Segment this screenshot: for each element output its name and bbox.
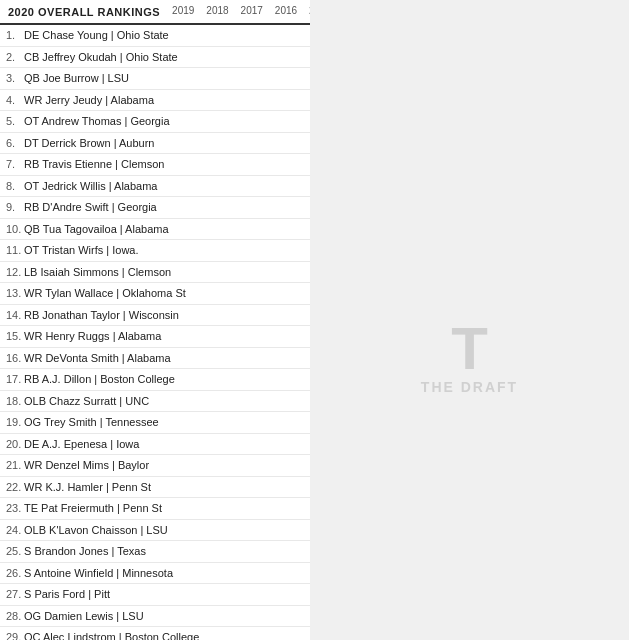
ranking-item[interactable]: 6.DT Derrick Brown | Auburn: [0, 133, 310, 155]
ranking-item[interactable]: 13.WR Tylan Wallace | Oklahoma St: [0, 283, 310, 305]
rank-player: WR K.J. Hamler | Penn St: [24, 479, 151, 496]
left-panel: 2020 OVERALL RANKINGS 201920182017201620…: [0, 0, 310, 640]
ranking-item[interactable]: 19.OG Trey Smith | Tennessee: [0, 412, 310, 434]
rank-player: QB Joe Burrow | LSU: [24, 70, 129, 87]
rank-number: 2.: [6, 49, 24, 66]
rank-number: 10.: [6, 221, 24, 238]
ranking-item[interactable]: 23.TE Pat Freiermuth | Penn St: [0, 498, 310, 520]
year-tab-2019[interactable]: 2019: [170, 4, 196, 19]
rank-player: OT Tristan Wirfs | Iowa.: [24, 242, 139, 259]
rank-number: 6.: [6, 135, 24, 152]
logo-sub: THE DRAFT: [421, 379, 518, 395]
right-panel: T THE DRAFT: [310, 0, 629, 640]
rank-player: S Brandon Jones | Texas: [24, 543, 146, 560]
ranking-item[interactable]: 18.OLB Chazz Surratt | UNC: [0, 391, 310, 413]
rank-number: 19.: [6, 414, 24, 431]
rank-number: 7.: [6, 156, 24, 173]
rank-player: TE Pat Freiermuth | Penn St: [24, 500, 162, 517]
rank-player: RB Jonathan Taylor | Wisconsin: [24, 307, 179, 324]
rank-player: DT Derrick Brown | Auburn: [24, 135, 154, 152]
rank-player: WR DeVonta Smith | Alabama: [24, 350, 171, 367]
rank-number: 16.: [6, 350, 24, 367]
ranking-item[interactable]: 28.OG Damien Lewis | LSU: [0, 606, 310, 628]
rank-player: OC Alec Lindstrom | Boston College: [24, 629, 199, 640]
ranking-item[interactable]: 11.OT Tristan Wirfs | Iowa.: [0, 240, 310, 262]
rank-number: 9.: [6, 199, 24, 216]
rankings-list: 1.DE Chase Young | Ohio State2.CB Jeffre…: [0, 25, 310, 640]
rank-number: 23.: [6, 500, 24, 517]
rank-player: WR Jerry Jeudy | Alabama: [24, 92, 154, 109]
rank-number: 26.: [6, 565, 24, 582]
rank-number: 22.: [6, 479, 24, 496]
rank-number: 25.: [6, 543, 24, 560]
rank-number: 12.: [6, 264, 24, 281]
rank-player: OG Damien Lewis | LSU: [24, 608, 144, 625]
logo-text: T: [451, 319, 488, 379]
rank-number: 21.: [6, 457, 24, 474]
ranking-item[interactable]: 7.RB Travis Etienne | Clemson: [0, 154, 310, 176]
rank-number: 8.: [6, 178, 24, 195]
rank-player: WR Denzel Mims | Baylor: [24, 457, 149, 474]
ranking-item[interactable]: 22.WR K.J. Hamler | Penn St: [0, 477, 310, 499]
rank-player: WR Henry Ruggs | Alabama: [24, 328, 161, 345]
year-tab-2016[interactable]: 2016: [273, 4, 299, 19]
rank-number: 1.: [6, 27, 24, 44]
rank-player: OG Trey Smith | Tennessee: [24, 414, 159, 431]
ranking-item[interactable]: 27.S Paris Ford | Pitt: [0, 584, 310, 606]
ranking-item[interactable]: 15.WR Henry Ruggs | Alabama: [0, 326, 310, 348]
rank-number: 27.: [6, 586, 24, 603]
ranking-item[interactable]: 29.OC Alec Lindstrom | Boston College: [0, 627, 310, 640]
ranking-item[interactable]: 5.OT Andrew Thomas | Georgia: [0, 111, 310, 133]
rank-player: LB Isaiah Simmons | Clemson: [24, 264, 171, 281]
ranking-item[interactable]: 8.OT Jedrick Willis | Alabama: [0, 176, 310, 198]
ranking-item[interactable]: 26.S Antoine Winfield | Minnesota: [0, 563, 310, 585]
rank-player: OT Andrew Thomas | Georgia: [24, 113, 170, 130]
ranking-item[interactable]: 4.WR Jerry Jeudy | Alabama: [0, 90, 310, 112]
ranking-item[interactable]: 17.RB A.J. Dillon | Boston College: [0, 369, 310, 391]
header: 2020 OVERALL RANKINGS 201920182017201620…: [0, 0, 310, 25]
ranking-item[interactable]: 14.RB Jonathan Taylor | Wisconsin: [0, 305, 310, 327]
rank-number: 4.: [6, 92, 24, 109]
rank-number: 28.: [6, 608, 24, 625]
ranking-item[interactable]: 3.QB Joe Burrow | LSU: [0, 68, 310, 90]
rank-player: RB D'Andre Swift | Georgia: [24, 199, 157, 216]
year-tab-2018[interactable]: 2018: [204, 4, 230, 19]
ranking-item[interactable]: 12.LB Isaiah Simmons | Clemson: [0, 262, 310, 284]
ranking-item[interactable]: 16.WR DeVonta Smith | Alabama: [0, 348, 310, 370]
rank-number: 20.: [6, 436, 24, 453]
year-tab-2017[interactable]: 2017: [239, 4, 265, 19]
rank-player: OLB Chazz Surratt | UNC: [24, 393, 149, 410]
ranking-item[interactable]: 24.OLB K'Lavon Chaisson | LSU: [0, 520, 310, 542]
rank-number: 14.: [6, 307, 24, 324]
rank-player: CB Jeffrey Okudah | Ohio State: [24, 49, 178, 66]
logo-area: T THE DRAFT: [310, 0, 629, 640]
rank-player: RB A.J. Dillon | Boston College: [24, 371, 175, 388]
rank-number: 3.: [6, 70, 24, 87]
ranking-item[interactable]: 21.WR Denzel Mims | Baylor: [0, 455, 310, 477]
ranking-item[interactable]: 10.QB Tua Tagovailoa | Alabama: [0, 219, 310, 241]
rank-number: 18.: [6, 393, 24, 410]
rank-number: 29.: [6, 629, 24, 640]
rank-number: 11.: [6, 242, 24, 259]
rank-number: 5.: [6, 113, 24, 130]
rank-number: 15.: [6, 328, 24, 345]
ranking-item[interactable]: 20.DE A.J. Epenesa | Iowa: [0, 434, 310, 456]
rank-player: DE Chase Young | Ohio State: [24, 27, 169, 44]
ranking-item[interactable]: 2.CB Jeffrey Okudah | Ohio State: [0, 47, 310, 69]
rank-number: 17.: [6, 371, 24, 388]
rank-number: 24.: [6, 522, 24, 539]
ranking-item[interactable]: 25.S Brandon Jones | Texas: [0, 541, 310, 563]
page-title: 2020 OVERALL RANKINGS: [8, 6, 160, 18]
ranking-item[interactable]: 1.DE Chase Young | Ohio State: [0, 25, 310, 47]
rank-player: RB Travis Etienne | Clemson: [24, 156, 164, 173]
rank-number: 13.: [6, 285, 24, 302]
rank-player: DE A.J. Epenesa | Iowa: [24, 436, 139, 453]
rank-player: S Antoine Winfield | Minnesota: [24, 565, 173, 582]
rank-player: QB Tua Tagovailoa | Alabama: [24, 221, 169, 238]
rank-player: WR Tylan Wallace | Oklahoma St: [24, 285, 186, 302]
rank-player: OT Jedrick Willis | Alabama: [24, 178, 157, 195]
rank-player: S Paris Ford | Pitt: [24, 586, 110, 603]
rank-player: OLB K'Lavon Chaisson | LSU: [24, 522, 168, 539]
ranking-item[interactable]: 9.RB D'Andre Swift | Georgia: [0, 197, 310, 219]
